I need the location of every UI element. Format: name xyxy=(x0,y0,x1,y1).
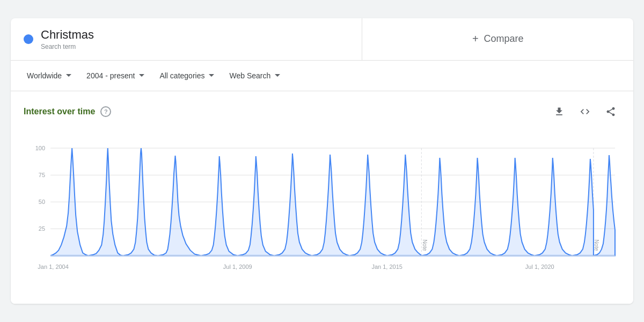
x-label-2015: Jan 1, 2015 xyxy=(371,264,402,270)
interest-chart: 100 75 50 25 Note Note Jan 1, 2004 Jul 1… xyxy=(24,132,620,294)
compare-plus-icon: + xyxy=(472,33,479,45)
chart-title: Interest over time xyxy=(24,107,95,116)
search-type-label: Web Search xyxy=(229,71,270,80)
compare-label: Compare xyxy=(484,33,524,45)
search-term-section: Christmas Search term xyxy=(11,18,362,60)
search-bar: Christmas Search term + Compare xyxy=(11,18,633,61)
term-name: Christmas xyxy=(41,28,94,42)
region-label: Worldwide xyxy=(27,71,62,80)
category-label: All categories xyxy=(159,71,204,80)
x-label-2020: Jul 1, 2020 xyxy=(525,264,554,270)
term-color-dot xyxy=(24,34,33,44)
chart-title-group: Interest over time ? xyxy=(24,106,111,117)
y-label-75: 75 xyxy=(39,172,45,178)
region-chevron-icon xyxy=(66,74,71,77)
y-label-50: 50 xyxy=(39,199,45,205)
note-label-2: Note xyxy=(594,239,599,251)
x-label-2009: Jul 1, 2009 xyxy=(223,264,252,270)
search-type-filter[interactable]: Web Search xyxy=(224,68,286,83)
chart-section: Interest over time ? xyxy=(11,91,633,304)
chart-wrapper: 100 75 50 25 Note Note Jan 1, 2004 Jul 1… xyxy=(24,132,620,294)
term-text-group: Christmas Search term xyxy=(41,28,94,50)
time-chevron-icon xyxy=(139,74,144,77)
chart-actions xyxy=(550,102,620,121)
note-label-1: Note xyxy=(422,239,428,251)
share-button[interactable] xyxy=(601,102,620,121)
y-label-25: 25 xyxy=(39,225,45,232)
term-label: Search term xyxy=(41,43,94,50)
time-filter[interactable]: 2004 - present xyxy=(81,68,150,83)
help-icon[interactable]: ? xyxy=(100,106,111,117)
x-label-2004: Jan 1, 2004 xyxy=(38,264,69,270)
filter-bar: Worldwide 2004 - present All categories … xyxy=(11,61,633,91)
main-container: Christmas Search term + Compare Worldwid… xyxy=(11,18,633,304)
chart-header: Interest over time ? xyxy=(24,102,620,121)
region-filter[interactable]: Worldwide xyxy=(21,68,77,83)
category-chevron-icon xyxy=(209,74,214,77)
share-icon xyxy=(605,106,616,117)
embed-button[interactable] xyxy=(575,102,595,121)
time-label: 2004 - present xyxy=(86,71,135,80)
embed-icon xyxy=(580,106,590,117)
search-type-chevron-icon xyxy=(275,74,280,77)
download-icon xyxy=(554,106,565,117)
compare-button[interactable]: + Compare xyxy=(362,18,633,60)
y-label-100: 100 xyxy=(35,145,45,151)
download-button[interactable] xyxy=(550,102,569,121)
category-filter[interactable]: All categories xyxy=(154,68,219,83)
